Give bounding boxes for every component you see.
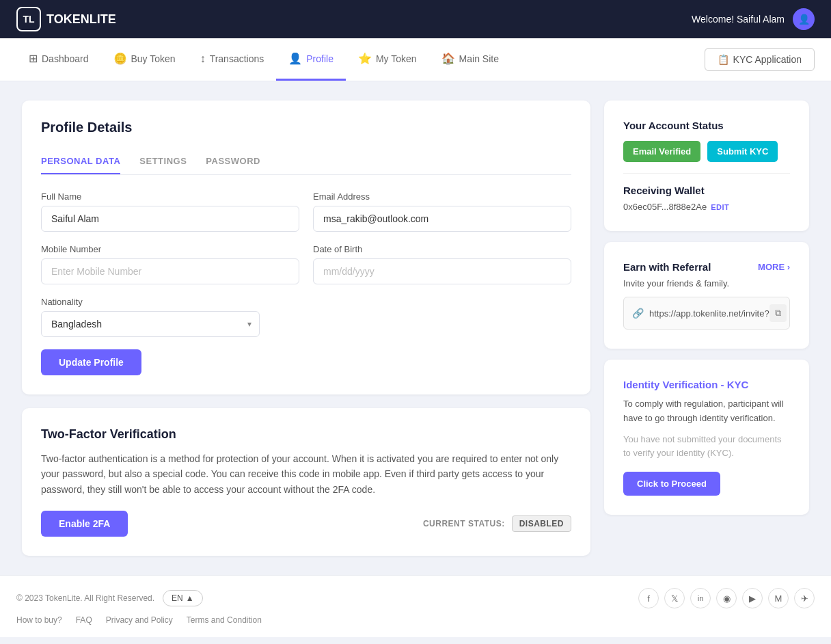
left-column: Profile Details PERSONAL DATA SETTINGS P… — [22, 100, 590, 556]
facebook-icon[interactable]: f — [638, 588, 659, 608]
social-icons: f 𝕏 in ◉ ▶ M ✈ — [638, 588, 815, 608]
nav-profile[interactable]: 👤 Profile — [276, 38, 346, 81]
mobile-group: Mobile Number — [41, 244, 299, 284]
language-selector[interactable]: EN ▲ — [163, 590, 203, 606]
nationality-label: Nationality — [41, 297, 260, 307]
referral-url: https://app.tokenlite.net/invite? — [649, 308, 769, 319]
footer-privacy[interactable]: Privacy and Policy — [106, 615, 173, 625]
name-email-row: Full Name Email Address — [41, 191, 571, 232]
status-buttons: Email Verified Submit KYC — [623, 141, 790, 162]
nav: ⊞ Dashboard 🪙 Buy Token ↕ Transactions 👤… — [0, 38, 831, 81]
click-to-proceed-button[interactable]: Click to Proceed — [623, 472, 720, 496]
referral-more-link[interactable]: MORE › — [758, 262, 790, 272]
footer-bottom: How to buy? FAQ Privacy and Policy Terms… — [16, 615, 815, 625]
mobile-input[interactable] — [41, 258, 299, 284]
logo-text: TOKENLITE — [46, 12, 116, 27]
profile-tabs: PERSONAL DATA SETTINGS PASSWORD — [41, 149, 571, 175]
two-factor-card: Two-Factor Verification Two-factor authe… — [22, 408, 590, 556]
footer-copyright: © 2023 TokenLite. All Right Reserved. — [16, 593, 154, 603]
account-status-title: Your Account Status — [623, 120, 790, 131]
wallet-edit-link[interactable]: EDIT — [711, 203, 729, 211]
telegram-icon[interactable]: ✈ — [794, 588, 815, 608]
link-icon: 🔗 — [632, 308, 644, 319]
profile-details-card: Profile Details PERSONAL DATA SETTINGS P… — [22, 100, 590, 394]
right-column: Your Account Status Email Verified Submi… — [604, 100, 809, 556]
wallet-address: 0x6ec05F...8f88e2Ae EDIT — [623, 202, 790, 212]
dob-label: Date of Birth — [313, 244, 571, 254]
linkedin-icon[interactable]: in — [690, 588, 711, 608]
kyc-card-title: Identity Verification - KYC — [623, 379, 790, 390]
footer-how-to-buy[interactable]: How to buy? — [16, 615, 62, 625]
tab-personal-data[interactable]: PERSONAL DATA — [41, 149, 120, 174]
referral-link-inner: 🔗 https://app.tokenlite.net/invite? — [632, 308, 769, 319]
full-name-input[interactable] — [41, 206, 299, 232]
logo-icon: TL — [16, 7, 41, 31]
nav-buy-token-label: Buy Token — [131, 53, 176, 64]
enable-2fa-button[interactable]: Enable 2FA — [41, 511, 128, 537]
two-fa-title: Two-Factor Verification — [41, 427, 571, 442]
copy-referral-button[interactable]: ⧉ — [769, 304, 787, 322]
receiving-wallet-title: Receiving Wallet — [623, 185, 790, 196]
tab-settings[interactable]: SETTINGS — [139, 149, 187, 174]
footer-faq[interactable]: FAQ — [76, 615, 92, 625]
lang-arrow-icon: ▲ — [186, 593, 194, 603]
update-profile-button[interactable]: Update Profile — [41, 349, 141, 375]
logo[interactable]: TL TOKENLITE — [16, 7, 116, 31]
referral-title: Earn with Referral — [623, 261, 711, 273]
nav-dashboard-label: Dashboard — [42, 53, 89, 64]
copy-icon: ⧉ — [775, 308, 781, 318]
profile-icon: 👤 — [288, 52, 302, 65]
nationality-row: Nationality Bangladesh ▾ — [41, 297, 571, 337]
language-text: EN — [172, 593, 183, 603]
header-right: Welcome! Saiful Alam 👤 — [692, 8, 815, 30]
transactions-icon: ↕ — [200, 53, 206, 65]
kyc-card-note: You have not submitted your documents to… — [623, 433, 790, 461]
referral-link-box: 🔗 https://app.tokenlite.net/invite? ⧉ — [623, 297, 790, 330]
email-verified-button[interactable]: Email Verified — [623, 141, 700, 162]
nav-dashboard[interactable]: ⊞ Dashboard — [16, 38, 101, 81]
medium-icon[interactable]: M — [768, 588, 789, 608]
header: TL TOKENLITE Welcome! Saiful Alam 👤 — [0, 0, 831, 38]
avatar[interactable]: 👤 — [793, 8, 815, 30]
mobile-label: Mobile Number — [41, 244, 299, 254]
twitter-icon[interactable]: 𝕏 — [664, 588, 685, 608]
account-status-card: Your Account Status Email Verified Submi… — [604, 100, 809, 231]
email-group: Email Address — [313, 191, 571, 232]
mobile-dob-row: Mobile Number Date of Birth — [41, 244, 571, 284]
referral-description: Invite your friends & family. — [623, 278, 790, 289]
wallet-address-text: 0x6ec05F...8f88e2Ae — [623, 202, 707, 212]
nationality-group: Nationality Bangladesh ▾ — [41, 297, 260, 337]
my-token-icon: ⭐ — [358, 52, 372, 65]
current-status: CURRENT STATUS: DISABLED — [423, 515, 571, 532]
nationality-select[interactable]: Bangladesh — [41, 311, 260, 337]
nav-buy-token[interactable]: 🪙 Buy Token — [101, 38, 188, 81]
dob-input[interactable] — [313, 258, 571, 284]
footer: © 2023 TokenLite. All Right Reserved. EN… — [0, 575, 831, 637]
footer-terms[interactable]: Terms and Condition — [187, 615, 262, 625]
two-fa-description: Two-factor authentication is a method fo… — [41, 451, 571, 497]
tab-password[interactable]: PASSWORD — [206, 149, 260, 174]
nav-main-site[interactable]: 🏠 Main Site — [429, 38, 511, 81]
main-content: Profile Details PERSONAL DATA SETTINGS P… — [5, 81, 826, 575]
submit-kyc-button[interactable]: Submit KYC — [707, 141, 778, 162]
two-fa-footer: Enable 2FA CURRENT STATUS: DISABLED — [41, 511, 571, 537]
current-status-label: CURRENT STATUS: — [423, 519, 505, 528]
email-label: Email Address — [313, 191, 571, 202]
kyc-card-description: To comply with regulation, participant w… — [623, 397, 790, 426]
footer-left: © 2023 TokenLite. All Right Reserved. EN… — [16, 590, 203, 606]
footer-links: How to buy? FAQ Privacy and Policy Terms… — [16, 615, 262, 625]
youtube-icon[interactable]: ▶ — [742, 588, 763, 608]
nav-links: ⊞ Dashboard 🪙 Buy Token ↕ Transactions 👤… — [16, 38, 511, 81]
nav-transactions[interactable]: ↕ Transactions — [188, 39, 277, 81]
kyc-application-button[interactable]: 📋 KYC Application — [705, 48, 815, 71]
kyc-btn-label: KYC Application — [733, 54, 802, 65]
footer-top: © 2023 TokenLite. All Right Reserved. EN… — [16, 588, 815, 608]
email-input[interactable] — [313, 206, 571, 232]
kyc-btn-icon: 📋 — [718, 54, 729, 65]
reddit-icon[interactable]: ◉ — [716, 588, 737, 608]
nav-main-site-label: Main Site — [459, 53, 499, 64]
full-name-label: Full Name — [41, 191, 299, 202]
welcome-text: Welcome! Saiful Alam — [692, 14, 785, 25]
divider — [623, 173, 790, 174]
nav-my-token[interactable]: ⭐ My Token — [346, 38, 429, 81]
